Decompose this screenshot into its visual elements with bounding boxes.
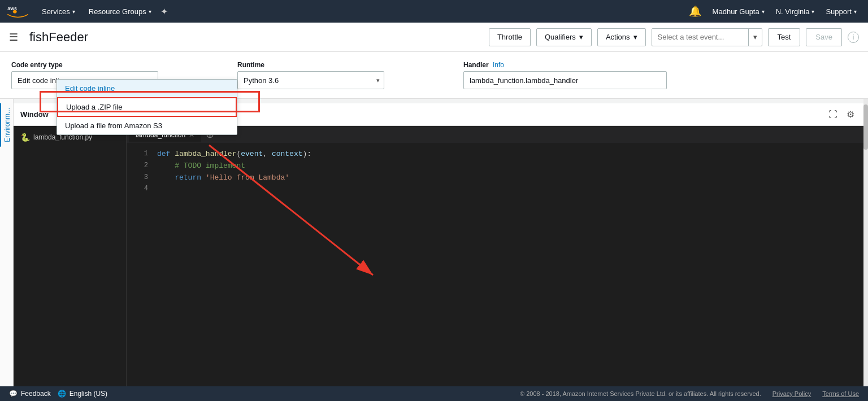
code-content[interactable]: 1 def lambda_handler(event, context): 2 … [127,143,863,386]
scrollbar-right[interactable] [863,99,868,386]
runtime-select[interactable]: Python 3.6 [237,71,384,89]
file-icon: 🐍 [20,133,30,142]
terms-of-use-link[interactable]: Terms of Use [822,390,859,397]
code-area: lambda_function ✕ ⊕ 1 def lambda_handler… [127,126,863,386]
code-line-1: 1 def lambda_handler(event, context): [127,149,863,160]
svg-text:aws: aws [7,6,17,11]
left-vtabs: Environm... [0,99,14,386]
top-navigation: aws Services ▾ Resource Groups ▾ ✦ 🔔 Mad… [0,0,868,23]
feedback-bubble-icon: 💬 [9,390,18,398]
code-entry-label: Code entry type [11,61,158,69]
support-menu[interactable]: Support ▾ [821,5,861,18]
info-icon[interactable]: i [848,32,859,43]
handler-info-link[interactable]: Info [493,61,504,69]
scrollbar-thumb [863,104,868,150]
handler-input[interactable] [463,71,667,89]
feedback-button[interactable]: 💬 Feedback [9,390,51,398]
services-chevron-icon: ▾ [72,8,75,15]
runtime-label: Runtime [237,61,384,69]
region-menu[interactable]: N. Virginia ▾ [771,5,819,18]
runtime-select-wrapper: Python 3.6 ▾ [237,71,384,89]
save-button[interactable]: Save [806,28,842,46]
code-line-4: 4 [127,184,863,195]
nav-right-section: 🔔 Madhur Gupta ▾ N. Virginia ▾ Support ▾ [684,3,861,20]
actions-button[interactable]: Actions ▾ [597,28,646,46]
aws-logo[interactable]: aws [7,4,28,19]
bookmarks-icon[interactable]: ✦ [160,6,168,17]
qualifiers-button[interactable]: Qualifiers ▾ [536,28,592,46]
privacy-policy-link[interactable]: Privacy Policy [772,390,811,397]
test-event-selector[interactable]: ▾ [652,28,762,46]
user-menu[interactable]: Madhur Gupta ▾ [708,5,769,18]
runtime-field: Runtime Python 3.6 ▾ [237,61,384,89]
environment-tab[interactable]: Environm... [0,103,14,147]
region-chevron-icon: ▾ [811,8,814,15]
test-event-chevron-icon[interactable]: ▾ [748,29,762,46]
code-line-2: 2 # TODO implement [127,160,863,172]
editor-settings-icon[interactable]: ⚙ [844,108,857,121]
throttle-button[interactable]: Throttle [489,28,531,46]
page-toolbar: ☰ fishFeeder Throttle Qualifiers ▾ Actio… [0,23,868,52]
code-editor-panel: Window ⛶ ⚙ 🐍 lambda_function.py [14,103,863,386]
editor-controls: ⛶ ⚙ [826,108,857,121]
dropdown-item-s3[interactable]: Upload a file from Amazon S3 [57,117,237,134]
page-title: fishFeeder [29,30,483,45]
dropdown-item-edit-inline[interactable]: Edit code inline [57,80,237,97]
code-entry-dropdown: Edit code inline Upload a .ZIP file Uplo… [57,79,237,135]
footer: 💬 Feedback 🌐 English (US) © 2008 - 2018,… [0,386,868,401]
editor-window-label: Window [20,110,49,119]
editor-section: Environm... Window ⛶ ⚙ 🐍 lambda_function… [0,99,868,386]
editor-expand-icon[interactable]: ⛶ [826,108,840,121]
test-event-input[interactable] [652,33,748,41]
resource-groups-nav[interactable]: Resource Groups ▾ [84,5,156,18]
support-chevron-icon: ▾ [854,8,857,15]
services-nav[interactable]: Services ▾ [37,5,80,18]
copyright-text: © 2008 - 2018, Amazon Internet Services … [520,390,761,397]
file-tree: 🐍 lambda_function.py [14,126,127,386]
resource-groups-chevron-icon: ▾ [149,8,151,15]
handler-label: Handler Info [463,61,667,69]
qualifiers-chevron-icon: ▾ [579,33,583,41]
handler-field: Handler Info [463,61,667,89]
notifications-icon[interactable]: 🔔 [684,3,706,20]
dropdown-item-zip[interactable]: Upload a .ZIP file [57,97,237,117]
editor-body: 🐍 lambda_function.py lambda_function ✕ ⊕ [14,126,863,386]
actions-chevron-icon: ▾ [633,33,637,41]
code-line-3: 3 return 'Hello from Lambda' [127,172,863,184]
user-chevron-icon: ▾ [762,8,765,15]
test-button[interactable]: Test [768,28,801,46]
globe-icon: 🌐 [58,390,66,398]
sidebar-toggle-icon[interactable]: ☰ [9,31,18,43]
language-selector[interactable]: 🌐 English (US) [58,390,107,398]
